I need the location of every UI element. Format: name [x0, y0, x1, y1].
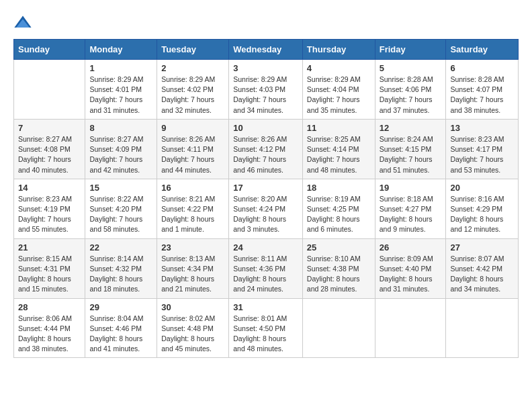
calendar-cell: 14Sunrise: 8:23 AM Sunset: 4:19 PM Dayli… — [14, 179, 85, 238]
day-number: 1 — [89, 63, 152, 73]
day-number: 9 — [161, 123, 224, 133]
day-info: Sunrise: 8:15 AM Sunset: 4:31 PM Dayligh… — [18, 254, 81, 295]
day-number: 2 — [161, 63, 224, 73]
day-info: Sunrise: 8:10 AM Sunset: 4:38 PM Dayligh… — [307, 254, 371, 295]
calendar-cell: 9Sunrise: 8:26 AM Sunset: 4:11 PM Daylig… — [157, 119, 229, 179]
day-info: Sunrise: 8:28 AM Sunset: 4:07 PM Dayligh… — [450, 75, 514, 116]
day-info: Sunrise: 8:22 AM Sunset: 4:20 PM Dayligh… — [89, 194, 152, 235]
day-info: Sunrise: 8:26 AM Sunset: 4:11 PM Dayligh… — [161, 134, 224, 175]
day-info: Sunrise: 8:02 AM Sunset: 4:48 PM Dayligh… — [161, 314, 224, 355]
day-number: 13 — [450, 123, 514, 133]
day-number: 7 — [18, 123, 81, 133]
calendar-cell: 1Sunrise: 8:29 AM Sunset: 4:01 PM Daylig… — [85, 60, 157, 120]
day-info: Sunrise: 8:19 AM Sunset: 4:25 PM Dayligh… — [307, 194, 371, 235]
calendar-cell: 4Sunrise: 8:29 AM Sunset: 4:04 PM Daylig… — [302, 60, 375, 120]
day-info: Sunrise: 8:16 AM Sunset: 4:29 PM Dayligh… — [450, 194, 514, 235]
calendar-cell: 18Sunrise: 8:19 AM Sunset: 4:25 PM Dayli… — [302, 179, 375, 238]
calendar-table: SundayMondayTuesdayWednesdayThursdayFrid… — [13, 39, 519, 358]
calendar-cell: 7Sunrise: 8:27 AM Sunset: 4:08 PM Daylig… — [14, 119, 85, 179]
calendar-cell — [302, 298, 375, 358]
calendar-cell: 24Sunrise: 8:11 AM Sunset: 4:36 PM Dayli… — [229, 238, 303, 298]
day-number: 10 — [233, 123, 298, 133]
day-info: Sunrise: 8:24 AM Sunset: 4:15 PM Dayligh… — [380, 134, 442, 175]
calendar-cell: 23Sunrise: 8:13 AM Sunset: 4:34 PM Dayli… — [157, 238, 229, 298]
day-number: 16 — [161, 183, 224, 193]
calendar-cell: 22Sunrise: 8:14 AM Sunset: 4:32 PM Dayli… — [85, 238, 157, 298]
calendar-week-row: 1Sunrise: 8:29 AM Sunset: 4:01 PM Daylig… — [14, 60, 519, 120]
day-number: 26 — [380, 242, 442, 253]
day-number: 3 — [233, 63, 298, 73]
day-info: Sunrise: 8:18 AM Sunset: 4:27 PM Dayligh… — [380, 194, 442, 235]
day-info: Sunrise: 8:21 AM Sunset: 4:22 PM Dayligh… — [161, 194, 224, 235]
day-number: 31 — [233, 302, 298, 312]
calendar-cell: 17Sunrise: 8:20 AM Sunset: 4:24 PM Dayli… — [229, 179, 303, 238]
day-number: 27 — [450, 242, 514, 253]
calendar-cell — [446, 298, 519, 358]
day-info: Sunrise: 8:28 AM Sunset: 4:06 PM Dayligh… — [380, 75, 442, 116]
calendar-cell: 20Sunrise: 8:16 AM Sunset: 4:29 PM Dayli… — [446, 179, 519, 238]
day-number: 22 — [89, 242, 152, 253]
logo-icon — [13, 13, 32, 32]
calendar-cell: 19Sunrise: 8:18 AM Sunset: 4:27 PM Dayli… — [375, 179, 446, 238]
day-number: 29 — [89, 302, 152, 312]
day-info: Sunrise: 8:27 AM Sunset: 4:08 PM Dayligh… — [18, 134, 81, 175]
day-info: Sunrise: 8:07 AM Sunset: 4:42 PM Dayligh… — [450, 254, 514, 295]
day-info: Sunrise: 8:23 AM Sunset: 4:19 PM Dayligh… — [18, 194, 81, 235]
logo — [13, 13, 35, 32]
day-info: Sunrise: 8:20 AM Sunset: 4:24 PM Dayligh… — [233, 194, 298, 235]
calendar-cell: 8Sunrise: 8:27 AM Sunset: 4:09 PM Daylig… — [85, 119, 157, 179]
calendar-cell: 27Sunrise: 8:07 AM Sunset: 4:42 PM Dayli… — [446, 238, 519, 298]
day-info: Sunrise: 8:25 AM Sunset: 4:14 PM Dayligh… — [307, 134, 371, 175]
day-info: Sunrise: 8:27 AM Sunset: 4:09 PM Dayligh… — [89, 134, 152, 175]
day-info: Sunrise: 8:29 AM Sunset: 4:01 PM Dayligh… — [89, 75, 152, 116]
calendar-cell: 29Sunrise: 8:04 AM Sunset: 4:46 PM Dayli… — [85, 298, 157, 358]
day-number: 4 — [307, 63, 371, 73]
weekday-header-tuesday: Tuesday — [157, 40, 229, 60]
day-info: Sunrise: 8:14 AM Sunset: 4:32 PM Dayligh… — [89, 254, 152, 295]
calendar-week-row: 14Sunrise: 8:23 AM Sunset: 4:19 PM Dayli… — [14, 179, 519, 238]
calendar-cell — [14, 60, 85, 120]
calendar-cell: 26Sunrise: 8:09 AM Sunset: 4:40 PM Dayli… — [375, 238, 446, 298]
page-header — [13, 13, 519, 32]
day-info: Sunrise: 8:06 AM Sunset: 4:44 PM Dayligh… — [18, 314, 81, 355]
day-info: Sunrise: 8:29 AM Sunset: 4:04 PM Dayligh… — [307, 75, 371, 116]
day-number: 28 — [18, 302, 81, 312]
calendar-cell: 28Sunrise: 8:06 AM Sunset: 4:44 PM Dayli… — [14, 298, 85, 358]
calendar-cell: 11Sunrise: 8:25 AM Sunset: 4:14 PM Dayli… — [302, 119, 375, 179]
weekday-header-monday: Monday — [85, 40, 157, 60]
day-number: 23 — [161, 242, 224, 253]
calendar-cell: 3Sunrise: 8:29 AM Sunset: 4:03 PM Daylig… — [229, 60, 303, 120]
day-info: Sunrise: 8:29 AM Sunset: 4:03 PM Dayligh… — [233, 75, 298, 116]
day-number: 20 — [450, 183, 514, 193]
day-number: 18 — [307, 183, 371, 193]
weekday-header-friday: Friday — [375, 40, 446, 60]
calendar-cell: 13Sunrise: 8:23 AM Sunset: 4:17 PM Dayli… — [446, 119, 519, 179]
day-info: Sunrise: 8:26 AM Sunset: 4:12 PM Dayligh… — [233, 134, 298, 175]
day-number: 17 — [233, 183, 298, 193]
calendar-cell: 5Sunrise: 8:28 AM Sunset: 4:06 PM Daylig… — [375, 60, 446, 120]
calendar-week-row: 21Sunrise: 8:15 AM Sunset: 4:31 PM Dayli… — [14, 238, 519, 298]
calendar-week-row: 28Sunrise: 8:06 AM Sunset: 4:44 PM Dayli… — [14, 298, 519, 358]
day-number: 25 — [307, 242, 371, 253]
calendar-cell: 15Sunrise: 8:22 AM Sunset: 4:20 PM Dayli… — [85, 179, 157, 238]
calendar-cell: 16Sunrise: 8:21 AM Sunset: 4:22 PM Dayli… — [157, 179, 229, 238]
day-info: Sunrise: 8:13 AM Sunset: 4:34 PM Dayligh… — [161, 254, 224, 295]
weekday-header-row: SundayMondayTuesdayWednesdayThursdayFrid… — [14, 40, 519, 60]
day-number: 8 — [89, 123, 152, 133]
day-info: Sunrise: 8:23 AM Sunset: 4:17 PM Dayligh… — [450, 134, 514, 175]
day-info: Sunrise: 8:11 AM Sunset: 4:36 PM Dayligh… — [233, 254, 298, 295]
day-number: 24 — [233, 242, 298, 253]
calendar-cell: 21Sunrise: 8:15 AM Sunset: 4:31 PM Dayli… — [14, 238, 85, 298]
day-number: 12 — [380, 123, 442, 133]
calendar-cell — [375, 298, 446, 358]
calendar-cell: 2Sunrise: 8:29 AM Sunset: 4:02 PM Daylig… — [157, 60, 229, 120]
weekday-header-sunday: Sunday — [14, 40, 85, 60]
day-number: 11 — [307, 123, 371, 133]
calendar-cell: 25Sunrise: 8:10 AM Sunset: 4:38 PM Dayli… — [302, 238, 375, 298]
day-number: 6 — [450, 63, 514, 73]
calendar-week-row: 7Sunrise: 8:27 AM Sunset: 4:08 PM Daylig… — [14, 119, 519, 179]
calendar-cell: 10Sunrise: 8:26 AM Sunset: 4:12 PM Dayli… — [229, 119, 303, 179]
calendar-cell: 12Sunrise: 8:24 AM Sunset: 4:15 PM Dayli… — [375, 119, 446, 179]
day-number: 15 — [89, 183, 152, 193]
weekday-header-wednesday: Wednesday — [229, 40, 303, 60]
